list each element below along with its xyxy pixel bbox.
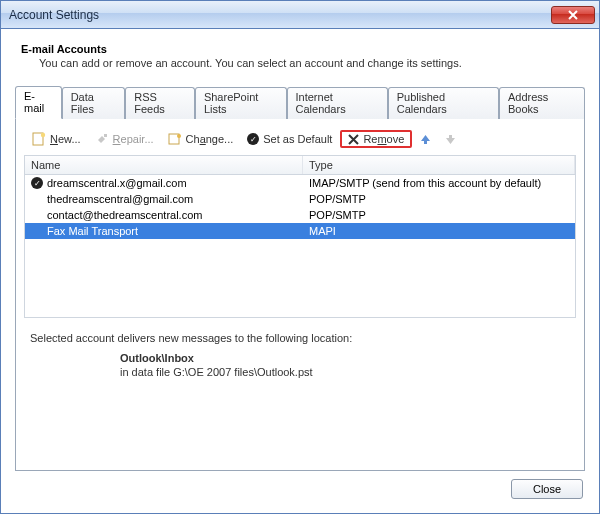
accounts-grid: Name Type ✓ dreamscentral.x@gmail.com IM… [24, 155, 576, 318]
account-type: POP/SMTP [303, 192, 575, 206]
change-icon [168, 132, 182, 146]
account-name: dreamscentral.x@gmail.com [47, 177, 187, 189]
delivery-location: Outlook\Inbox [120, 352, 194, 364]
tab-panel-email: New... Repair... Change... ✓ Set as Defa… [15, 118, 585, 471]
close-button-label: Close [533, 483, 561, 495]
arrow-up-icon [420, 134, 431, 145]
table-row[interactable]: thedreamscentral@gmail.com POP/SMTP [25, 191, 575, 207]
repair-button: Repair... [89, 129, 160, 149]
header-title: E-mail Accounts [21, 43, 579, 55]
set-default-button[interactable]: ✓ Set as Default [241, 130, 338, 148]
remove-button[interactable]: Remove [340, 130, 412, 148]
set-default-label: Set as Default [263, 133, 332, 145]
delivery-info: Selected account delivers new messages t… [24, 318, 576, 380]
account-name: contact@thedreamscentral.com [47, 209, 202, 221]
tab-label: Address Books [508, 91, 548, 115]
grid-body: ✓ dreamscentral.x@gmail.com IMAP/SMTP (s… [25, 175, 575, 317]
column-header-type[interactable]: Type [303, 156, 575, 174]
table-row[interactable]: ✓ dreamscentral.x@gmail.com IMAP/SMTP (s… [25, 175, 575, 191]
change-label: Change... [186, 133, 234, 145]
account-type: POP/SMTP [303, 208, 575, 222]
delivery-path: in data file G:\OE 2007 files\Outlook.ps… [30, 366, 570, 378]
tab-label: Data Files [71, 91, 94, 115]
table-row[interactable]: contact@thedreamscentral.com POP/SMTP [25, 207, 575, 223]
tab-label: SharePoint Lists [204, 91, 258, 115]
account-type: MAPI [303, 224, 575, 238]
tab-data-files[interactable]: Data Files [62, 87, 126, 119]
new-label: New... [50, 133, 81, 145]
table-row[interactable]: Fax Mail Transport MAPI [25, 223, 575, 239]
new-button[interactable]: New... [26, 129, 87, 149]
tab-label: RSS Feeds [134, 91, 165, 115]
move-up-button[interactable] [414, 131, 437, 148]
header-subtitle: You can add or remove an account. You ca… [21, 57, 579, 69]
grid-header: Name Type [25, 156, 575, 175]
tab-rss-feeds[interactable]: RSS Feeds [125, 87, 195, 119]
close-button[interactable]: Close [511, 479, 583, 499]
new-icon [32, 132, 46, 146]
window-close-button[interactable] [551, 6, 595, 24]
default-account-icon: ✓ [31, 177, 43, 189]
column-header-name[interactable]: Name [25, 156, 303, 174]
svg-point-1 [41, 133, 45, 137]
repair-icon [95, 132, 109, 146]
tab-email[interactable]: E-mail [15, 86, 62, 119]
remove-label: Remove [363, 133, 404, 145]
remove-icon [348, 134, 359, 145]
account-settings-window: Account Settings E-mail Accounts You can… [0, 0, 600, 514]
move-down-button [439, 131, 462, 148]
window-title: Account Settings [9, 8, 551, 22]
tab-label: Internet Calendars [296, 91, 346, 115]
account-name: Fax Mail Transport [47, 225, 138, 237]
account-name: thedreamscentral@gmail.com [47, 193, 193, 205]
header-block: E-mail Accounts You can add or remove an… [15, 39, 585, 79]
tab-label: E-mail [24, 90, 44, 114]
tab-label: Published Calendars [397, 91, 447, 115]
titlebar: Account Settings [1, 1, 599, 29]
close-icon [568, 10, 578, 20]
tab-sharepoint-lists[interactable]: SharePoint Lists [195, 87, 287, 119]
repair-label: Repair... [113, 133, 154, 145]
default-icon: ✓ [247, 133, 259, 145]
tabstrip: E-mail Data Files RSS Feeds SharePoint L… [15, 85, 585, 118]
arrow-down-icon [445, 134, 456, 145]
svg-point-4 [177, 134, 181, 138]
delivery-caption: Selected account delivers new messages t… [30, 332, 570, 344]
tab-address-books[interactable]: Address Books [499, 87, 585, 119]
tab-published-calendars[interactable]: Published Calendars [388, 87, 499, 119]
account-type: IMAP/SMTP (send from this account by def… [303, 176, 575, 190]
tab-internet-calendars[interactable]: Internet Calendars [287, 87, 388, 119]
dialog-button-row: Close [15, 471, 585, 499]
change-button[interactable]: Change... [162, 129, 240, 149]
toolbar: New... Repair... Change... ✓ Set as Defa… [24, 127, 576, 155]
svg-rect-2 [104, 134, 107, 137]
dialog-body: E-mail Accounts You can add or remove an… [1, 29, 599, 513]
